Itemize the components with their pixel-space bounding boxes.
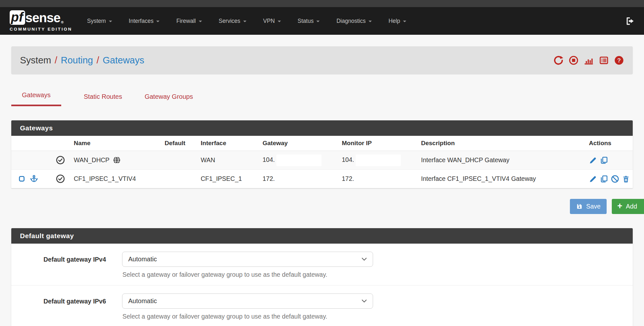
row-monitor-ip-cell: 104. — [339, 151, 418, 170]
row-description-cell: Interface CF1_IPSEC_1_VTIV4 Gateway — [418, 170, 586, 188]
chevron-down-icon — [156, 21, 159, 22]
nav-item-interfaces[interactable]: Interfaces — [120, 7, 168, 35]
chevron-down-icon — [243, 21, 246, 22]
column-header-actions: Actions — [586, 136, 633, 151]
column-header-name: Name — [71, 136, 162, 151]
default-gateway-ipv6-help: Select a gateway or failover gateway gro… — [122, 313, 373, 326]
row-actions-cell — [586, 170, 633, 188]
gateways-table: Name Default Interface Gateway Monitor I… — [11, 136, 633, 188]
main-navbar: pfsense® COMMUNITY EDITION System Interf… — [0, 7, 644, 35]
gateway-name: CF1_IPSEC_1_VTIV4 — [74, 175, 136, 182]
nav-item-status[interactable]: Status — [289, 7, 328, 35]
stop-circle-icon[interactable] — [569, 55, 579, 65]
row-default-cell — [162, 151, 198, 170]
row-interface-cell: CF1_IPSEC_1 — [198, 170, 260, 188]
redaction-box — [276, 154, 322, 166]
nav-item-system[interactable]: System — [79, 7, 120, 35]
square-icon — [18, 175, 25, 182]
column-header-interface: Interface — [198, 136, 260, 151]
default-gateway-ipv6-control: Automatic Select a gateway or failover g… — [122, 293, 373, 326]
save-button[interactable]: Save — [570, 199, 607, 214]
breadcrumb-link-routing[interactable]: Routing — [61, 55, 93, 66]
row-enabled-cell — [53, 151, 71, 170]
redaction-box — [356, 154, 401, 166]
nav-item-label: System — [87, 18, 106, 24]
nav-item-firewall[interactable]: Firewall — [168, 7, 210, 35]
nav-item-vpn[interactable]: VPN — [255, 7, 289, 35]
log-list-icon[interactable] — [599, 55, 609, 65]
row-gateway-cell: 104. — [260, 151, 339, 170]
row-interface-cell: WAN — [198, 151, 260, 170]
selected-option-label: Automatic — [128, 297, 157, 305]
chevron-down-icon — [109, 21, 112, 22]
default-gateway-panel-title: Default gateway — [11, 228, 633, 244]
chevron-down-icon — [369, 21, 372, 22]
floppy-save-icon — [576, 203, 583, 210]
add-button[interactable]: + Add — [612, 199, 644, 214]
nav-item-label: Firewall — [176, 18, 196, 24]
refresh-icon[interactable] — [553, 55, 563, 65]
gateways-panel-body: Name Default Interface Gateway Monitor I… — [11, 136, 633, 188]
community-edition-label: COMMUNITY EDITION — [10, 27, 72, 32]
copy-icon[interactable] — [600, 175, 608, 183]
pfsense-logo-pf: pf — [10, 10, 25, 25]
delete-trash-icon[interactable] — [622, 175, 630, 183]
default-gateway-ipv4-select[interactable]: Automatic — [122, 252, 373, 267]
disable-ban-icon[interactable] — [611, 175, 619, 183]
nav-item-diagnostics[interactable]: Diagnostics — [328, 7, 380, 35]
monitor-ip-prefix: 172. — [342, 175, 354, 182]
chevron-down-icon — [316, 21, 320, 22]
column-header-description: Description — [418, 136, 586, 151]
svg-text:?: ? — [617, 57, 621, 63]
edit-pencil-icon[interactable] — [589, 156, 597, 164]
nav-item-label: Interfaces — [129, 18, 154, 24]
check-circle-icon — [55, 174, 69, 183]
help-icon[interactable]: ? — [614, 55, 624, 65]
row-gateway-cell: 172. — [260, 170, 339, 188]
chevron-down-icon — [361, 299, 367, 303]
tab-gateway-groups[interactable]: Gateway Groups — [145, 93, 193, 106]
breadcrumb: System / Routing / Gateways — [20, 55, 144, 66]
column-header-monitor-ip: Monitor IP — [339, 136, 418, 151]
save-button-label: Save — [586, 203, 601, 210]
form-row-default-gateway-ipv6: Default gateway IPv6 Automatic Select a … — [11, 285, 633, 326]
tab-static-routes[interactable]: Static Routes — [84, 93, 122, 106]
routing-tabs: Gateways Static Routes Gateway Groups — [11, 74, 633, 106]
row-status-icons-cell — [11, 170, 53, 188]
form-row-default-gateway-ipv4: Default gateway IPv4 Automatic Select a … — [11, 244, 633, 285]
nav-item-services[interactable]: Services — [210, 7, 255, 35]
nav-item-label: Diagnostics — [336, 18, 365, 24]
sign-out-icon[interactable] — [625, 16, 635, 26]
default-gateway-ipv6-label: Default gateway IPv6 — [32, 293, 106, 326]
row-name-cell: WAN_DHCP — [71, 151, 162, 170]
pfsense-logo[interactable]: pfsense® COMMUNITY EDITION — [10, 10, 72, 32]
tab-gateways[interactable]: Gateways — [11, 91, 61, 106]
row-name-cell: CF1_IPSEC_1_VTIV4 — [71, 170, 162, 188]
table-buttons-row: Save + Add — [0, 199, 644, 214]
default-gateway-ipv4-label: Default gateway IPv4 — [32, 252, 106, 285]
copy-icon[interactable] — [600, 156, 608, 164]
row-description-cell: Interface WAN_DHCP Gateway — [418, 151, 586, 170]
row-default-cell — [162, 170, 198, 188]
selected-option-label: Automatic — [128, 256, 157, 263]
pfsense-logo-wordmark: pfsense® — [10, 10, 72, 25]
default-gateway-ipv6-select[interactable]: Automatic — [122, 293, 373, 309]
chevron-down-icon — [361, 257, 367, 261]
column-header-status-icons — [11, 136, 53, 151]
default-gateway-ipv4-help: Select a gateway or failover gateway gro… — [122, 271, 373, 285]
navbar-menu: System Interfaces Firewall Services VPN … — [79, 7, 415, 35]
monitor-ip-prefix: 104. — [342, 156, 354, 163]
row-enabled-cell — [53, 170, 71, 188]
breadcrumb-link-gateways[interactable]: Gateways — [103, 55, 144, 66]
bar-chart-icon[interactable] — [584, 55, 594, 65]
nav-item-help[interactable]: Help — [380, 7, 415, 35]
edit-pencil-icon[interactable] — [589, 175, 597, 183]
chevron-down-icon — [199, 21, 202, 22]
gateways-panel-title: Gateways — [11, 120, 633, 136]
gateway-ip-prefix: 104. — [263, 156, 275, 163]
check-circle-icon — [55, 155, 69, 165]
breadcrumb-section: System — [20, 55, 51, 66]
registered-mark: ® — [61, 21, 63, 24]
gateway-ip-prefix: 172. — [263, 175, 275, 182]
table-header-row: Name Default Interface Gateway Monitor I… — [11, 136, 633, 151]
